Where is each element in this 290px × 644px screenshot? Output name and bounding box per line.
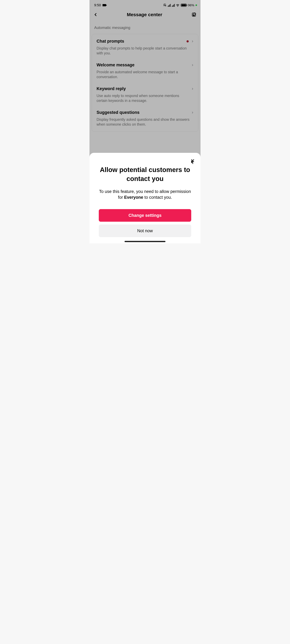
phone-screen: 9:50 96% Message center Automatic messag… [90, 0, 200, 244]
list-item-chat-prompts[interactable]: Chat prompts Display chat prompts to hel… [92, 36, 198, 59]
settings-card: Chat prompts Display chat prompts to hel… [92, 34, 198, 132]
mute-icon [163, 4, 166, 7]
item-title: Chat prompts [96, 39, 124, 44]
battery-percent: 96% [188, 4, 194, 7]
status-left: 9:50 [94, 3, 106, 7]
chevron-right-icon [191, 88, 194, 90]
status-time: 9:50 [94, 3, 101, 7]
header: Message center [90, 10, 200, 21]
item-title: Suggested questions [96, 110, 140, 115]
camera-recording-icon [102, 4, 106, 6]
empty-area [0, 244, 290, 644]
chevron-right-icon [191, 111, 194, 114]
list-item-suggested-questions[interactable]: Suggested questions Display frequently a… [92, 106, 198, 130]
sheet-title: Allow potential customers to contact you [94, 159, 196, 183]
status-bar: 9:50 96% [90, 0, 200, 10]
item-desc: Provide an automated welcome message to … [96, 70, 194, 80]
battery-icon [181, 4, 187, 7]
list-item-keyword-reply[interactable]: Keyword reply Use auto reply to respond … [92, 83, 198, 106]
bottom-sheet: Allow potential customers to contact you… [90, 153, 200, 244]
status-right: 96% [163, 4, 197, 7]
mouse-cursor-icon [191, 160, 194, 164]
list-item-welcome-message[interactable]: Welcome message Provide an automated wel… [92, 59, 198, 83]
active-indicator-dot [196, 4, 197, 6]
section-label: Automatic messaging [90, 21, 200, 32]
not-now-button[interactable]: Not now [99, 224, 191, 237]
compose-icon[interactable] [192, 12, 196, 17]
sheet-desc-bold: Everyone [124, 195, 143, 200]
item-title: Keyword reply [96, 86, 126, 91]
item-title: Welcome message [96, 62, 134, 68]
page-title: Message center [98, 12, 192, 17]
signal-bars-icon-2 [172, 4, 175, 7]
chevron-right-icon [191, 64, 194, 66]
alert-dot-icon [186, 40, 189, 42]
svg-point-0 [178, 6, 178, 7]
change-settings-button[interactable]: Change settings [99, 209, 191, 222]
item-desc: Use auto reply to respond when someone m… [96, 94, 194, 103]
chevron-right-icon [191, 40, 194, 42]
back-icon[interactable] [94, 12, 98, 17]
sheet-description: To use this feature, you need to allow p… [94, 183, 196, 200]
home-indicator[interactable] [124, 241, 166, 242]
item-desc: Display frequently asked questions and s… [96, 117, 194, 127]
item-desc: Display chat prompts to help people star… [96, 46, 194, 56]
signal-bars-icon [168, 4, 171, 7]
wifi-icon [176, 4, 180, 6]
sheet-desc-post: to contact you. [143, 195, 172, 200]
